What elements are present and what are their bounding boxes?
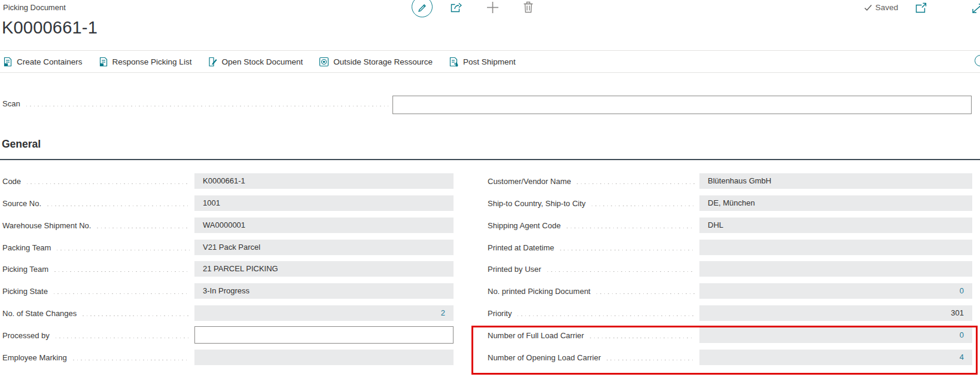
field-row-printed-by-user: Printed by User bbox=[488, 261, 972, 277]
field-value-printed-at-datetime bbox=[699, 240, 972, 255]
post-shipment-icon bbox=[449, 57, 459, 67]
field-label: Printed at Datetime bbox=[488, 243, 560, 252]
dotted-leader bbox=[560, 250, 695, 250]
share-icon[interactable] bbox=[449, 1, 463, 14]
dotted-leader bbox=[73, 360, 190, 360]
field-row-number-of-full-load-carrier: Number of Full Load Carrier0 bbox=[488, 327, 972, 343]
saved-label: Saved bbox=[875, 3, 898, 12]
field-label: Customer/Vendor Name bbox=[488, 177, 577, 186]
field-row-ship-to-country-ship-to-city: Ship-to Country, Ship-to CityDE, München bbox=[488, 195, 972, 211]
field-label: Priority bbox=[488, 309, 518, 318]
dotted-leader bbox=[547, 271, 695, 272]
field-label: Packing Team bbox=[2, 243, 57, 252]
scan-row: Scan bbox=[2, 96, 972, 115]
field-row-processed-by: Processed by bbox=[2, 327, 454, 343]
dotted-leader bbox=[54, 293, 190, 294]
dotted-leader bbox=[56, 338, 190, 338]
dotted-leader bbox=[54, 271, 190, 272]
field-label: Shipping Agent Code bbox=[488, 221, 567, 230]
dotted-leader bbox=[97, 228, 190, 228]
dotted-leader bbox=[26, 106, 388, 106]
dotted-leader bbox=[83, 316, 190, 316]
section-title-general[interactable]: General bbox=[2, 138, 41, 151]
field-value-source-no: 1001 bbox=[194, 195, 454, 211]
add-icon[interactable] bbox=[486, 1, 500, 14]
field-row-priority: Priority301 bbox=[488, 305, 972, 321]
field-value-processed-by[interactable] bbox=[194, 326, 454, 344]
page-title: K0000661-1 bbox=[2, 18, 98, 38]
field-value-customer-vendor-name: Blütenhaus GmbH bbox=[699, 173, 972, 189]
field-value-packing-team: V21 Pack Parcel bbox=[194, 240, 454, 255]
field-value-warehouse-shipment-no: WA0000001 bbox=[194, 218, 454, 233]
dotted-leader bbox=[590, 338, 695, 338]
dotted-leader bbox=[567, 228, 695, 228]
field-value-number-of-full-load-carrier[interactable]: 0 bbox=[699, 327, 972, 343]
field-label: Processed by bbox=[2, 331, 56, 340]
field-label: Number of Opening Load Carrier bbox=[488, 353, 607, 362]
action-label: Open Stock Document bbox=[221, 57, 303, 66]
field-row-picking-team: Picking Team21 PARCEL PICKING bbox=[2, 261, 454, 277]
dotted-leader bbox=[518, 316, 695, 316]
field-label: Code bbox=[2, 177, 27, 186]
action-label: Create Containers bbox=[17, 57, 83, 66]
field-label: No. printed Picking Document bbox=[488, 287, 596, 296]
field-label: Printed by User bbox=[488, 265, 547, 274]
action-bar: Create Containers Response Picking List … bbox=[0, 50, 980, 73]
field-row-no-of-state-changes: No. of State Changes2 bbox=[2, 305, 454, 321]
page-caption: Picking Document bbox=[3, 3, 66, 12]
field-value-ship-to-country-ship-to-city: DE, München bbox=[699, 195, 972, 211]
edit-pencil-icon[interactable] bbox=[412, 0, 433, 17]
field-label: Employee Marking bbox=[2, 353, 73, 362]
scan-input[interactable] bbox=[392, 96, 972, 114]
field-value-code: K0000661-1 bbox=[194, 173, 454, 189]
response-picking-list-button[interactable]: Response Picking List bbox=[99, 57, 192, 67]
dotted-leader bbox=[57, 250, 190, 250]
save-status: Saved bbox=[864, 3, 898, 12]
field-label: Picking Team bbox=[2, 265, 54, 274]
field-value-picking-state: 3-In Progress bbox=[194, 283, 454, 299]
field-row-number-of-opening-load-carrier: Number of Opening Load Carrier4 bbox=[488, 350, 972, 365]
outside-storage-icon bbox=[319, 57, 329, 67]
field-value-picking-team: 21 PARCEL PICKING bbox=[194, 261, 454, 277]
field-row-employee-marking: Employee Marking bbox=[2, 350, 454, 365]
field-value-employee-marking bbox=[194, 350, 454, 365]
picking-document-page: Picking Document K0000661-1 Saved bbox=[0, 0, 980, 389]
field-row-picking-state: Picking State3-In Progress bbox=[2, 283, 454, 299]
open-stock-document-icon bbox=[208, 57, 217, 67]
saved-check-icon bbox=[864, 4, 872, 11]
field-label: No. of State Changes bbox=[2, 309, 83, 318]
field-row-code: CodeK0000661-1 bbox=[2, 173, 454, 189]
field-label: Source No. bbox=[2, 199, 47, 208]
field-value-priority: 301 bbox=[699, 305, 972, 321]
field-label: Ship-to Country, Ship-to City bbox=[488, 199, 592, 208]
field-row-no-printed-picking-document: No. printed Picking Document0 bbox=[488, 283, 972, 299]
dotted-leader bbox=[592, 206, 695, 206]
create-containers-icon bbox=[3, 57, 13, 67]
field-value-shipping-agent-code: DHL bbox=[699, 218, 972, 233]
delete-icon[interactable] bbox=[522, 1, 534, 14]
action-label: Post Shipment bbox=[463, 57, 516, 66]
field-row-source-no: Source No.1001 bbox=[2, 195, 454, 211]
field-row-warehouse-shipment-no: Warehouse Shipment No.WA0000001 bbox=[2, 218, 454, 233]
dotted-leader bbox=[27, 183, 190, 184]
resize-icon[interactable] bbox=[971, 2, 980, 14]
field-row-customer-vendor-name: Customer/Vendor NameBlütenhaus GmbH bbox=[488, 173, 972, 189]
popout-icon[interactable] bbox=[915, 2, 927, 14]
field-label: Number of Full Load Carrier bbox=[488, 331, 590, 340]
action-label: Response Picking List bbox=[112, 57, 192, 66]
create-containers-button[interactable]: Create Containers bbox=[3, 57, 83, 67]
section-divider bbox=[0, 159, 980, 160]
field-row-packing-team: Packing TeamV21 Pack Parcel bbox=[2, 240, 454, 255]
post-shipment-button[interactable]: Post Shipment bbox=[449, 57, 516, 67]
field-value-printed-by-user bbox=[699, 261, 972, 277]
field-value-no-printed-picking-document[interactable]: 0 bbox=[699, 283, 972, 299]
field-row-shipping-agent-code: Shipping Agent CodeDHL bbox=[488, 218, 972, 233]
outside-storage-ressource-button[interactable]: Outside Storage Ressource bbox=[319, 57, 433, 67]
dotted-leader bbox=[47, 206, 190, 206]
field-value-no-of-state-changes[interactable]: 2 bbox=[194, 305, 454, 321]
field-label: Warehouse Shipment No. bbox=[2, 221, 97, 230]
action-label: Outside Storage Ressource bbox=[333, 57, 433, 66]
dotted-leader bbox=[607, 360, 695, 360]
open-stock-document-button[interactable]: Open Stock Document bbox=[208, 57, 303, 67]
field-value-number-of-opening-load-carrier[interactable]: 4 bbox=[699, 350, 972, 365]
